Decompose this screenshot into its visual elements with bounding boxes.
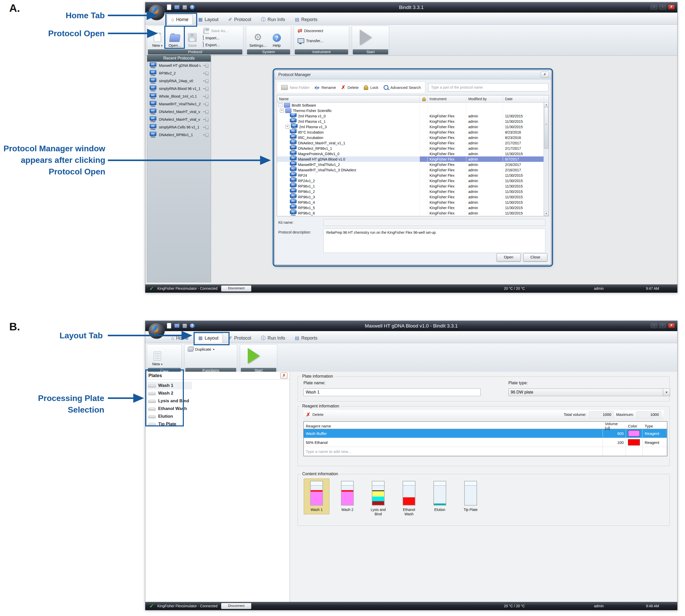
tab-layout[interactable]: ▦Layout <box>194 15 223 24</box>
pin-icon[interactable] <box>203 118 209 121</box>
content-plate-card[interactable]: Wash 1 <box>304 479 329 514</box>
pin-icon[interactable] <box>203 103 209 106</box>
protocol-row[interactable]: KFFlex2ml Plasma v1_0KingFisher Flexadmi… <box>277 113 544 119</box>
plate-type-select[interactable]: 96 DW plate ▼ <box>508 389 670 396</box>
column-modified-by[interactable]: Modified by <box>466 95 503 103</box>
transfer-button[interactable]: Transfer... <box>298 38 323 44</box>
new-folder-button[interactable]: New Folder <box>281 85 310 90</box>
content-plate-card[interactable]: Wash 2 <box>336 481 359 512</box>
tab-reports[interactable]: ▤Reports <box>290 15 322 24</box>
scrollbar-thumb[interactable] <box>544 107 548 149</box>
save-icon[interactable] <box>183 324 187 328</box>
reagent-row[interactable]: Wash Buffer900Reagent <box>304 429 667 438</box>
tab-protocol[interactable]: ✐Protocol <box>224 333 255 343</box>
panel-close-icon[interactable]: ✗ <box>280 373 288 379</box>
reagent-color-swatch[interactable] <box>628 439 640 445</box>
new-document-icon[interactable] <box>167 4 171 10</box>
protocol-row[interactable]: KFFlexRP96v1_5KingFisher Flexadmin11/30/… <box>277 205 544 211</box>
recent-protocol-item[interactable]: KFFlexDNAelect_MaxHT_viral_v1_2 <box>147 108 211 116</box>
import-button[interactable]: ↓ Import... <box>203 35 229 41</box>
plate-list-item[interactable]: Ethanol Wash <box>145 405 290 413</box>
protocol-row[interactable]: KFFlexMaxwell HT gDNA Blood v1.0KingFish… <box>277 156 544 162</box>
close-button[interactable]: ✗ <box>668 323 675 328</box>
protocol-row[interactable]: KFFlexRP24KingFisher Flexadmin11/30/2015 <box>277 173 544 178</box>
pin-icon[interactable] <box>203 133 209 136</box>
tree-expand-icon[interactable]: + <box>286 125 289 129</box>
protocol-row[interactable]: -BindIt Software <box>277 103 544 108</box>
start-run-button[interactable] <box>360 29 371 45</box>
recent-protocol-item[interactable]: KFFlexDNAelect_MaxHT_viral_v1_1 <box>147 116 211 123</box>
tab-home[interactable]: ⌂Home <box>167 15 193 24</box>
new-document-icon[interactable] <box>167 323 171 329</box>
help-button[interactable]: ? Help <box>270 27 284 47</box>
recent-protocol-item[interactable]: KFFlexsimplyRNA Cells 96 v1_1 <box>147 123 211 131</box>
recent-protocol-item[interactable]: KFFlexMaxwell HT gDNA Blood v1.0 <box>147 62 211 69</box>
open-import-icon[interactable] <box>174 5 180 9</box>
protocol-row[interactable]: KFFlexMagneProteinA_G96v1_0KingFisher Fl… <box>277 151 544 156</box>
tab-reports[interactable]: ▤Reports <box>290 333 322 343</box>
protocol-row[interactable]: KFFlexRP96v1_3KingFisher Flexadmin11/30/… <box>277 194 544 200</box>
minimize-button[interactable]: ‒ <box>650 323 657 328</box>
open-protocol-button[interactable]: Open... <box>168 27 182 47</box>
rename-button[interactable]: r|e Rename <box>315 85 336 90</box>
tab-protocol[interactable]: ✐Protocol <box>224 15 255 24</box>
save-protocol-button[interactable]: Save <box>185 27 200 47</box>
reagent-add-row[interactable]: Type a name to add new... <box>304 447 667 456</box>
reagent-row[interactable]: 50% Ethanol100Reagent <box>304 438 667 447</box>
protocol-row[interactable]: KFFlexDNAelect_RP96v1_1KingFisher Flexad… <box>277 146 544 151</box>
tab-run-info[interactable]: ⓘRun Info <box>256 15 289 24</box>
pin-icon[interactable] <box>203 80 209 83</box>
tab-home[interactable]: ⌂Home <box>167 333 193 343</box>
plate-list-item[interactable]: Wash 2 <box>145 390 290 397</box>
protocol-row[interactable]: KFFlexDNAelect_MaxHT_viral_v1_1KingFishe… <box>277 140 544 146</box>
tab-run-info[interactable]: ⓘRun Info <box>256 333 289 343</box>
restore-button[interactable]: ▫ <box>659 323 666 328</box>
pin-icon[interactable] <box>203 72 209 75</box>
new-plate-button[interactable]: New ▾ <box>150 346 165 366</box>
dialog-close-button[interactable]: Close <box>523 253 547 262</box>
help-icon[interactable]: ? <box>190 324 195 328</box>
plate-list-item[interactable]: Wash 1 <box>145 382 192 390</box>
restore-button[interactable]: ▫ <box>659 5 666 9</box>
close-button[interactable]: ✗ <box>668 5 675 9</box>
dialog-close-icon[interactable]: ✗ <box>541 72 549 78</box>
plate-list-item[interactable]: Elution <box>145 413 290 420</box>
kit-name-field[interactable] <box>323 219 545 226</box>
duplicate-button[interactable]: Duplicate ▾ <box>188 346 215 352</box>
content-plate-card[interactable]: Ethanol Wash <box>398 481 420 516</box>
protocol-row[interactable]: KFFlexMaxwellHT_ViralTNAv1_2KingFisher F… <box>277 162 544 167</box>
recent-protocol-item[interactable]: KFFlexsimplyRNA Blood 96 v1_1 <box>147 85 211 92</box>
recent-protocol-item[interactable]: KFFlexsimplyRNA_24wp_v0 <box>147 77 211 85</box>
pin-icon[interactable] <box>203 126 209 129</box>
recent-protocol-item[interactable]: KFFlexDNAelect_RP96v1_1 <box>147 131 211 139</box>
tree-expand-icon[interactable]: + <box>280 109 284 112</box>
disconnect-ribbon-button[interactable]: ⇄ Disconnect <box>298 27 323 34</box>
protocol-row[interactable]: KFFlexMaxwellHT_ViralTNAv1_3 DNAelectKin… <box>277 167 544 173</box>
protocol-row[interactable]: KFFlexRP96v1_4KingFisher Flexadmin11/30/… <box>277 200 544 205</box>
protocol-row[interactable]: KFFlex2ml Plasma v1_1KingFisher Flexadmi… <box>277 119 544 124</box>
new-protocol-button[interactable]: New ▾ <box>150 27 165 47</box>
table-scrollbar[interactable]: ▲ ▼ <box>544 103 549 216</box>
open-import-icon[interactable] <box>174 324 180 328</box>
recent-protocol-item[interactable]: KFFlexWhole_Blood_1ml_v1.1 <box>147 92 211 100</box>
column-lock[interactable] <box>420 95 428 103</box>
minimize-button[interactable]: ‒ <box>650 5 657 9</box>
tab-layout[interactable]: ▦Layout <box>194 333 223 343</box>
protocol-row[interactable]: KFFlexRP96v1_1KingFisher Flexadmin11/30/… <box>277 183 544 189</box>
pin-icon[interactable] <box>203 64 209 67</box>
pin-icon[interactable] <box>203 87 209 90</box>
delete-button[interactable]: ✗ Delete <box>341 85 359 90</box>
export-button[interactable]: ↑ Export... <box>203 42 229 48</box>
column-date[interactable]: Date <box>503 95 544 103</box>
save-as-button[interactable]: Save As... <box>203 27 229 34</box>
plate-name-input[interactable] <box>303 389 481 396</box>
content-plate-card[interactable]: Tip Plate <box>460 481 482 512</box>
protocol-row[interactable]: KFFlex85°C IncubationKingFisher Flexadmi… <box>277 130 544 135</box>
column-name[interactable]: Name <box>277 95 420 103</box>
chevron-down-icon[interactable]: ▼ <box>663 389 670 396</box>
start-run-button[interactable] <box>248 348 259 364</box>
dialog-open-button[interactable]: Open <box>497 253 521 262</box>
kingfisher-logo[interactable] <box>149 4 165 20</box>
content-plate-card[interactable]: Elution <box>429 481 451 512</box>
plate-list-item[interactable]: Lysis and Bind <box>145 397 290 405</box>
